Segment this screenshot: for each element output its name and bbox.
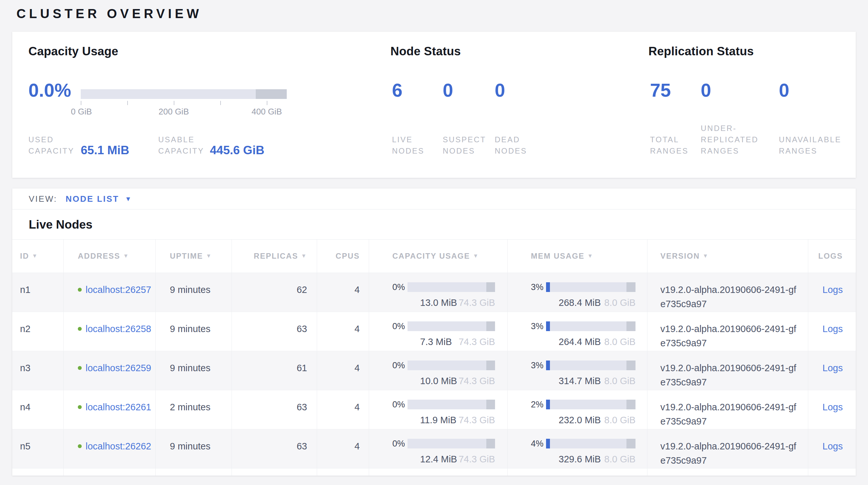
mem-meter: 3%264.4 MiB8.0 GiB [531,319,636,349]
live-status-dot-icon [78,366,82,370]
logs-link[interactable]: Logs [823,363,843,373]
view-label: VIEW: [29,194,57,204]
col-header-version[interactable]: VERSION▼ [647,239,808,273]
chevron-down-icon: ▼ [125,196,131,202]
mem-percent-label: 3% [531,358,544,372]
cell-logs: Logs [808,312,856,351]
capacity-percent-label: 0% [392,319,405,333]
col-header-label: MEM USAGE [531,252,585,261]
capacity-meter: 0%13.0 MiB74.3 GiB [392,280,495,310]
sort-caret-icon: ▼ [587,253,593,259]
live-nodes-table: ID▼ADDRESS▼UPTIME▼REPLICAS▼CPUSCAPACITY … [12,239,856,476]
cell-id: n1 [12,273,64,312]
mem-meter: 2%232.0 MiB8.0 GiB [531,397,636,427]
cell-uptime: 2 minutes [156,390,232,429]
cell-version: v19.2.0-alpha.20190606-2491-gfe735c9a97 [647,273,808,312]
logs-link[interactable]: Logs [823,285,843,295]
address-link[interactable]: localhost:26258 [86,322,151,336]
capacity-usage-title: Capacity Usage [28,45,118,58]
capacity-bar [407,321,495,331]
logs-link[interactable]: Logs [823,402,843,412]
cell-replicas: 63 [232,390,317,429]
mem-bar [546,361,636,370]
view-dropdown[interactable]: NODE LIST ▼ [66,194,131,204]
col-header-label: LOGS [818,252,843,261]
col-header-uptime[interactable]: UPTIME▼ [156,239,232,273]
cluster-summary-card: Capacity Usage 0.0% 0 GiB 200 GiB 400 Gi… [12,32,856,178]
capacity-percent-label: 0% [392,436,405,451]
live-status-dot-icon [78,444,82,448]
address-link[interactable]: localhost:26262 [86,439,151,453]
address-link[interactable]: localhost:26259 [86,361,151,375]
mem-bar-other-segment [626,361,636,370]
live-nodes-heading: Live Nodes [29,218,856,231]
cell-id: n5 [12,429,64,468]
logs-link[interactable]: Logs [823,324,843,334]
cell-replicas: 63 [232,312,317,351]
replication-status-title: Replication Status [648,45,754,58]
address-link[interactable]: localhost:26261 [86,400,151,414]
version-text: v19.2.0-alpha.20190606-2491-gfe735c9a97 [660,402,796,426]
cell-capacity: 0%7.3 MiB74.3 GiB [369,312,507,351]
cell-capacity: 0%13.0 MiB74.3 GiB [369,273,507,312]
mem-bar-other-segment [626,439,636,449]
cell-version: v19.2.0-alpha.20190606-2491-gfe735c9a97 [647,429,808,468]
cell-version: v19.2.0-alpha.20190606-2491-gfe735c9a97 [647,351,808,390]
capacity-used-value: 12.4 MiB [407,452,457,466]
live-nodes-count: 6 [392,80,402,101]
version-text: v19.2.0-alpha.20190606-2491-gfe735c9a97 [660,441,796,465]
mem-max-value: 8.0 GiB [604,374,636,388]
col-header-label: REPLICAS [254,252,298,261]
cell-mem: 3%268.4 MiB8.0 GiB [507,273,647,312]
cell-replicas: 63 [232,429,317,468]
capacity-bar [407,400,495,409]
capacity-percent-label: 0% [392,358,405,372]
col-header-capacity[interactable]: CAPACITY USAGE▼ [369,239,507,273]
axis-label-400gib: 400 GiB [252,107,282,117]
mem-bar [546,400,636,409]
col-header-mem[interactable]: MEM USAGE▼ [507,239,647,273]
col-header-cpus: CPUS [317,239,369,273]
capacity-max-value: 74.3 GiB [459,413,495,427]
address-link[interactable]: localhost:26257 [86,283,151,297]
view-dropdown-selected[interactable]: NODE LIST [66,194,119,204]
sort-caret-icon: ▼ [703,253,709,259]
cell-replicas: 61 [232,351,317,390]
capacity-bar-other-segment [486,400,495,409]
capacity-bar-other-segment [486,361,495,370]
capacity-bar [407,439,495,449]
logs-link[interactable]: Logs [823,441,843,451]
live-nodes-label: LIVENODES [392,134,424,156]
cell-cpus: 4 [317,390,369,429]
mem-bar-other-segment [626,321,636,331]
capacity-max-value: 74.3 GiB [459,295,495,310]
col-header-label: ADDRESS [78,252,120,261]
mem-max-value: 8.0 GiB [604,335,636,349]
capacity-max-value: 74.3 GiB [459,335,495,349]
cell-mem: 4%329.6 MiB8.0 GiB [507,429,647,468]
capacity-percent-label: 0% [392,397,405,411]
mem-used-value: 264.4 MiB [546,335,601,349]
cell-mem: 3%314.7 MiB8.0 GiB [507,351,647,390]
suspect-nodes-count: 0 [443,80,453,101]
col-header-address[interactable]: ADDRESS▼ [64,239,156,273]
sort-caret-icon: ▼ [301,253,307,259]
cell-capacity: 0%12.4 MiB74.3 GiB [369,429,507,468]
col-header-id[interactable]: ID▼ [12,239,64,273]
unavailable-ranges-count: 0 [779,80,789,101]
mem-bar-other-segment [626,400,636,409]
mem-used-value: 329.6 MiB [546,452,601,466]
mem-bar [546,439,636,449]
under-replicated-ranges-label: UNDER-REPLICATEDRANGES [701,122,758,156]
table-row: n5localhost:262629 minutes6340%12.4 MiB7… [12,429,856,468]
table-header-row: ID▼ADDRESS▼UPTIME▼REPLICAS▼CPUSCAPACITY … [12,239,856,273]
col-header-replicas[interactable]: REPLICAS▼ [232,239,317,273]
mem-meter: 3%268.4 MiB8.0 GiB [531,280,636,310]
cluster-overview-page: CLUSTER OVERVIEW Capacity Usage 0.0% 0 G… [0,0,868,485]
cell-address: localhost:26261 [64,390,156,429]
cell-capacity: 0%10.0 MiB74.3 GiB [369,351,507,390]
capacity-max-value: 74.3 GiB [459,374,495,388]
cell-version: v19.2.0-alpha.20190606-2491-gfe735c9a97 [647,312,808,351]
capacity-bar-other-segment [486,439,495,449]
axis-label-200gib: 200 GiB [159,107,189,117]
